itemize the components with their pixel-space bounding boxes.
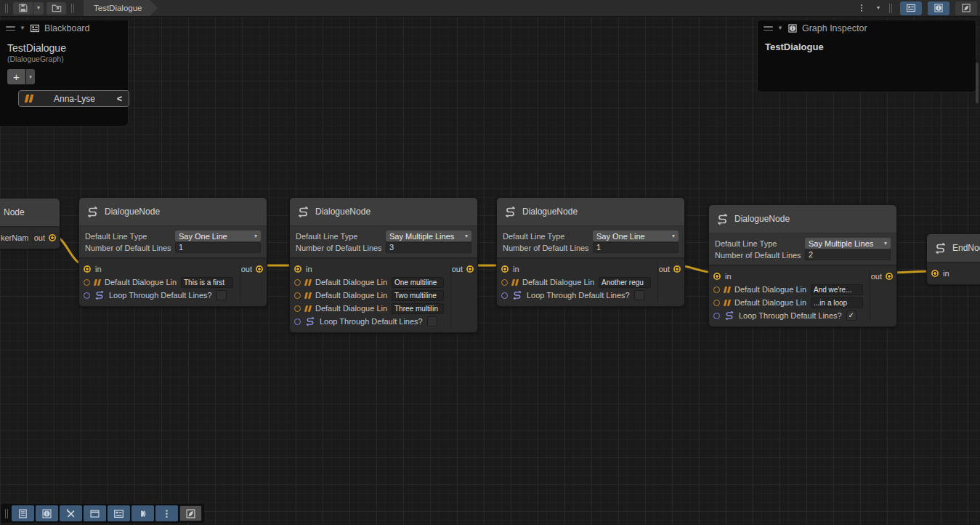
dialogue-line-input[interactable]: Three multilin: [392, 303, 444, 314]
property-port[interactable]: [713, 286, 720, 293]
node-dialogue-3[interactable]: DialogueNodeDefault Line TypeSay One Lin…: [496, 197, 685, 307]
property-port[interactable]: [294, 279, 301, 286]
property-port[interactable]: [84, 292, 90, 299]
node-ports: kerNameout: [0, 226, 60, 249]
info-icon: [934, 3, 944, 13]
save-button[interactable]: [13, 2, 33, 15]
node-header[interactable]: DialogueNode: [709, 205, 896, 233]
number-input[interactable]: 2: [805, 249, 891, 260]
console-button[interactable]: [12, 505, 34, 521]
input-port[interactable]: [931, 270, 939, 277]
toggle-blackboard-button[interactable]: [900, 1, 922, 15]
add-variable-dropdown-button[interactable]: ▾: [26, 69, 35, 84]
loop-checkbox[interactable]: [634, 290, 644, 300]
node-title: EndNode: [952, 243, 980, 253]
property-port[interactable]: [294, 305, 301, 312]
property-port[interactable]: [713, 300, 720, 306]
info-icon: [787, 23, 798, 33]
param-row: Default Line TypeSay One Line▾: [503, 231, 679, 241]
property-port[interactable]: [84, 279, 90, 286]
node-speaker-stub[interactable]: NodekerNameout: [0, 198, 60, 249]
node-end[interactable]: EndNodein: [926, 233, 980, 285]
add-variable-button[interactable]: +: [7, 69, 25, 84]
node-dialogue-1[interactable]: DialogueNodeDefault Line TypeSay One Lin…: [78, 197, 267, 307]
toggle-notes-button[interactable]: [955, 1, 977, 15]
graph-inspector-header[interactable]: ▼ Graph Inspector: [758, 20, 976, 36]
drag-handle-icon[interactable]: [764, 26, 773, 31]
property-port[interactable]: [501, 292, 508, 299]
port-label: in: [306, 265, 312, 273]
dialogue-line-input[interactable]: And we're...: [811, 284, 863, 295]
graph-canvas[interactable]: NodekerNameoutDialogueNodeDefault Line T…: [0, 0, 980, 525]
dialogue-line-input[interactable]: This is a first: [181, 277, 233, 288]
input-port[interactable]: [501, 265, 509, 273]
property-port[interactable]: [501, 279, 508, 286]
node-header[interactable]: DialogueNode: [497, 198, 684, 225]
number-input[interactable]: 3: [386, 242, 471, 253]
number-input[interactable]: 1: [593, 242, 679, 253]
property-port[interactable]: [294, 292, 301, 299]
more-button[interactable]: [155, 505, 178, 521]
line-type-dropdown[interactable]: Say Multiple Lines▾: [386, 231, 471, 241]
output-port[interactable]: [256, 265, 263, 273]
loop-checkbox[interactable]: [427, 316, 437, 326]
blackboard-button[interactable]: [108, 505, 130, 521]
toolbar-drag-handle-icon[interactable]: [5, 508, 8, 518]
input-ports: in: [927, 267, 980, 280]
output-port[interactable]: [886, 273, 893, 280]
property-port-row: Default Dialogue LineAnother regu: [497, 276, 657, 289]
dialogue-line-input[interactable]: One multiline: [392, 277, 444, 288]
node-dialogue-2[interactable]: DialogueNodeDefault Line TypeSay Multipl…: [289, 197, 478, 333]
inspector-button[interactable]: [36, 505, 58, 521]
drag-handle-icon[interactable]: [6, 26, 15, 31]
top-toolbar: ▾ TestDialogue ▾: [0, 0, 980, 17]
quote-icon: [305, 305, 311, 312]
dialogue-line-input[interactable]: Two multiline: [392, 290, 444, 301]
chevron-down-icon: ▾: [672, 233, 675, 239]
dialogue-line-input[interactable]: ...in a loop: [811, 297, 863, 308]
property-port[interactable]: [294, 318, 301, 325]
property-port[interactable]: [713, 313, 720, 319]
loop-checkbox[interactable]: [216, 290, 227, 300]
collapse-arrow-icon[interactable]: ▼: [20, 25, 25, 31]
collapse-chevron-icon[interactable]: <: [117, 94, 122, 104]
number-input[interactable]: 1: [175, 242, 261, 253]
node-header[interactable]: EndNode: [927, 234, 980, 262]
dialogue-line-input[interactable]: Another regu: [599, 277, 651, 288]
open-asset-button[interactable]: [46, 2, 66, 15]
variable-pill[interactable]: Anna-Lyse <: [18, 90, 129, 107]
options-button[interactable]: [854, 2, 870, 15]
input-port[interactable]: [84, 265, 91, 273]
input-port[interactable]: [294, 265, 301, 273]
loop-checkbox[interactable]: ✓: [846, 310, 857, 321]
loop-icon: [94, 290, 105, 300]
output-port-row: out: [870, 270, 896, 283]
window-button[interactable]: [84, 505, 106, 521]
transition-button[interactable]: [131, 505, 154, 521]
line-type-dropdown[interactable]: Say One Line▾: [593, 231, 679, 241]
node-header[interactable]: Node: [0, 199, 60, 226]
input-ports: inDefault Dialogue Line 1And we're...Def…: [709, 270, 870, 322]
save-dropdown-button[interactable]: ▾: [33, 2, 44, 15]
node-ports: in: [927, 262, 980, 284]
output-port[interactable]: [673, 265, 681, 273]
breadcrumb-tab[interactable]: TestDialogue: [84, 0, 158, 16]
toggle-inspector-button[interactable]: [928, 1, 949, 15]
node-title: DialogueNode: [734, 214, 790, 224]
toolbar-drag-handle-icon[interactable]: [5, 3, 8, 13]
blackboard-header[interactable]: ▼ Blackboard: [0, 20, 128, 36]
input-port[interactable]: [713, 273, 721, 280]
line-type-dropdown[interactable]: Say One Line▾: [175, 231, 261, 241]
breadcrumb-label: TestDialogue: [94, 4, 142, 12]
output-port[interactable]: [49, 234, 56, 241]
node-header[interactable]: DialogueNode: [79, 198, 267, 225]
output-port[interactable]: [466, 265, 474, 273]
tools-button[interactable]: [60, 505, 82, 521]
line-type-dropdown[interactable]: Say Multiple Lines▾: [805, 238, 891, 249]
notes-button[interactable]: [179, 505, 202, 521]
collapse-arrow-icon[interactable]: ▼: [777, 25, 783, 31]
node-header[interactable]: DialogueNode: [290, 198, 477, 225]
scrollbar[interactable]: [976, 63, 979, 103]
options-dropdown-button[interactable]: ▾: [872, 2, 884, 15]
node-dialogue-4[interactable]: DialogueNodeDefault Line TypeSay Multipl…: [708, 204, 897, 327]
